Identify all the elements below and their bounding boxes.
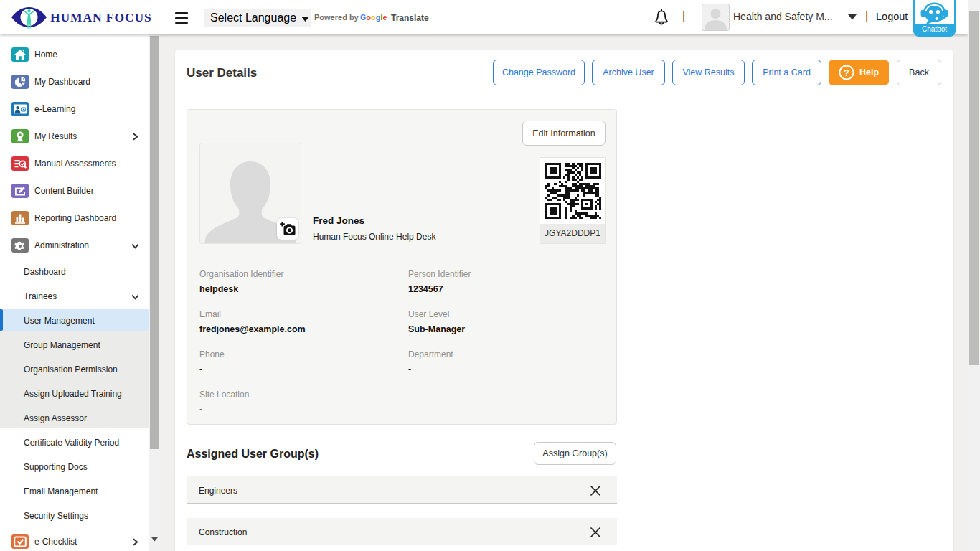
svg-text:HUMAN FOCUS: HUMAN FOCUS xyxy=(50,10,152,24)
svg-text:?: ? xyxy=(844,67,849,78)
